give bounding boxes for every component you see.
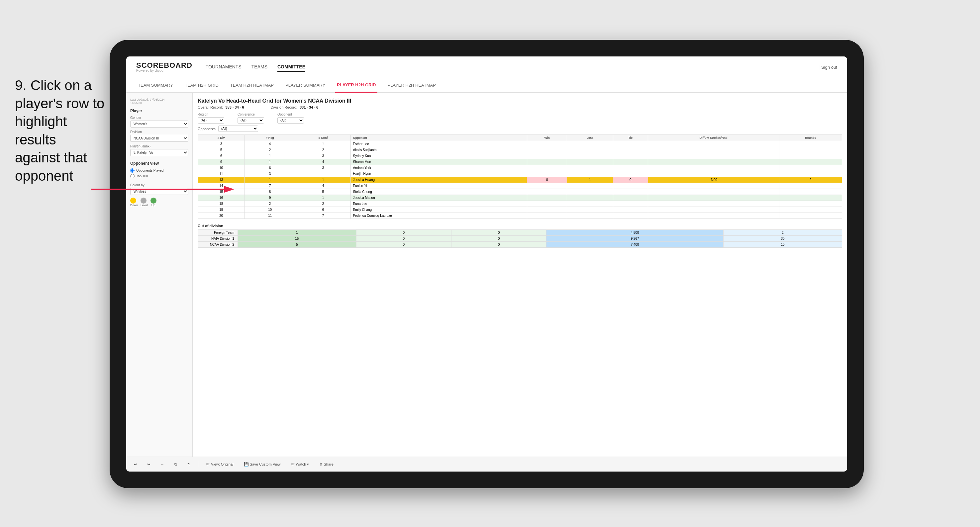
out-of-division-table: Foreign Team1004.5002NAIA Division 11500… (198, 229, 842, 248)
table-row[interactable]: 19106Emily Chang (198, 207, 842, 213)
radio-top100[interactable]: Top 100 (130, 174, 188, 178)
bottom-toolbar: ↩ ↪ → ⧉ ↻ 👁 View: Original 💾 Save Custom… (126, 457, 847, 471)
player-section-title: Player (130, 109, 188, 113)
refresh-button[interactable]: ↻ (185, 461, 193, 468)
radio-opponents-played[interactable]: Opponents Played (130, 168, 188, 173)
step-number: 9. (15, 77, 27, 93)
table-row[interactable]: 1311Jessica Huang010-3.002 (198, 177, 842, 183)
logo-area: SCOREBOARD Powered by clippd (136, 62, 192, 72)
sub-nav: TEAM SUMMARY TEAM H2H GRID TEAM H2H HEAT… (126, 78, 847, 93)
instruction-body: Click on a player's row to highlight res… (15, 77, 104, 184)
out-table-row[interactable]: NCAA Division 25007.40010 (198, 242, 842, 248)
subnav-team-summary[interactable]: TEAM SUMMARY (136, 78, 175, 93)
grid-title: Katelyn Vo Head-to-Head Grid for Women's… (198, 98, 842, 104)
region-filter: Region (All) (198, 113, 224, 124)
subnav-team-h2h-heatmap[interactable]: TEAM H2H HEATMAP (229, 78, 275, 93)
instruction-text: 9. Click on a player's row to highlight … (15, 76, 105, 185)
logo-scoreboard: SCOREBOARD (136, 62, 192, 69)
table-row[interactable]: 20117Federica Domecq Lacroze (198, 213, 842, 219)
col-opponent: Opponent (351, 135, 527, 141)
table-row[interactable]: 1063Andrea York (198, 165, 842, 171)
last-updated: Last Updated: 27/03/2024 16:55:38 (130, 98, 188, 105)
col-win: Win (527, 135, 567, 141)
sign-out-area: | Sign out (819, 64, 837, 70)
opponent-view-section: Opponent view Opponents Played Top 100 (130, 161, 188, 178)
watch-button[interactable]: 👁 Watch ▾ (288, 460, 312, 468)
opponent-select[interactable]: (All) (277, 117, 304, 124)
table-row[interactable]: 914Sharon Mun (198, 159, 842, 165)
col-div: # Div (198, 135, 245, 141)
colour-section: Colour by Win/loss Down Level (130, 183, 188, 207)
table-row[interactable]: 522Alexis Sudjianto (198, 147, 842, 153)
table-row[interactable]: 1691Jessica Mason (198, 195, 842, 201)
colour-by-select[interactable]: Win/loss (130, 188, 188, 195)
main-content: Last Updated: 27/03/2024 16:55:38 Player… (126, 93, 847, 457)
subnav-player-h2h-grid[interactable]: PLAYER H2H GRID (335, 78, 377, 93)
conference-filter: Conference (All) (237, 113, 264, 124)
division-select[interactable]: NCAA Division III (130, 135, 188, 142)
level-circle (140, 198, 146, 203)
share-button[interactable]: ⇧ Share (317, 460, 336, 468)
top-nav: SCOREBOARD Powered by clippd TOURNAMENTS… (126, 56, 847, 78)
down-indicator: Down (130, 198, 138, 207)
player-rank-label: Player (Rank) (130, 144, 188, 148)
col-conf: # Conf (295, 135, 351, 141)
col-diff: Diff Av Strokes/Rnd (648, 135, 779, 141)
h2h-table: # Div # Reg # Conf Opponent Win Loss Tie… (198, 135, 842, 219)
save-custom-view-button[interactable]: 💾 Save Custom View (241, 460, 283, 468)
nav-committee[interactable]: COMMITTEE (277, 62, 305, 72)
colour-legend: Down Level Up (130, 198, 188, 207)
opponents-filter-select[interactable]: (All) (218, 125, 258, 132)
table-row[interactable]: 1822Euna Lee (198, 201, 842, 207)
redo-button[interactable]: ↪ (145, 461, 153, 468)
filter-groups: Region (All) Conference (All) Opponent (198, 113, 842, 124)
table-header-row: # Div # Reg # Conf Opponent Win Loss Tie… (198, 135, 842, 141)
nav-teams[interactable]: TEAMS (251, 62, 267, 72)
subnav-team-h2h-grid[interactable]: TEAM H2H GRID (183, 78, 220, 93)
toolbar-sep-1 (198, 461, 198, 468)
division-label: Division (130, 130, 188, 134)
player-rank-select[interactable]: 8. Katelyn Vo (130, 149, 188, 156)
subnav-player-summary[interactable]: PLAYER SUMMARY (284, 78, 327, 93)
opponent-view-title: Opponent view (130, 161, 188, 166)
down-circle (130, 198, 136, 203)
undo-button[interactable]: ↩ (131, 461, 140, 468)
logo-powered: Powered by clippd (136, 69, 192, 72)
level-indicator: Level (140, 198, 148, 207)
up-circle (151, 198, 156, 203)
forward-button[interactable]: → (158, 461, 167, 468)
sidebar: Last Updated: 27/03/2024 16:55:38 Player… (126, 93, 192, 457)
opponents-filter-label: Opponents: (198, 127, 216, 131)
tablet-frame: SCOREBOARD Powered by clippd TOURNAMENTS… (110, 40, 864, 488)
view-original-button[interactable]: 👁 View: Original (203, 460, 236, 468)
nav-tournaments[interactable]: TOURNAMENTS (206, 62, 242, 72)
opponent-filter: Opponent (All) (277, 113, 304, 124)
table-row[interactable]: 613Sydney Kuo (198, 153, 842, 159)
colour-by-label: Colour by (130, 183, 188, 187)
gender-label: Gender (130, 116, 188, 119)
sign-out-button[interactable]: Sign out (821, 65, 837, 70)
table-row[interactable]: 113Haejin Hyun (198, 171, 842, 177)
out-of-division-section: Out of division Foreign Team1004.5002NAI… (198, 224, 842, 248)
col-reg: # Reg (245, 135, 295, 141)
col-rounds: Rounds (779, 135, 842, 141)
record-row: Overall Record: 353 - 34 - 6 Division Re… (198, 105, 842, 109)
division-record: Division Record: 331 - 34 - 6 (271, 105, 318, 109)
nav-left: SCOREBOARD Powered by clippd TOURNAMENTS… (136, 62, 305, 72)
subnav-player-h2h-heatmap[interactable]: PLAYER H2H HEATMAP (386, 78, 437, 93)
data-area: Katelyn Vo Head-to-Head Grid for Women's… (192, 93, 847, 457)
table-row[interactable]: 341Esther Lee (198, 141, 842, 147)
conference-select[interactable]: (All) (237, 117, 264, 124)
col-loss: Loss (567, 135, 613, 141)
up-indicator: Up (151, 198, 156, 207)
copy-button[interactable]: ⧉ (172, 461, 180, 468)
region-select[interactable]: (All) (198, 117, 224, 124)
out-table-row[interactable]: Foreign Team1004.5002 (198, 230, 842, 236)
gender-select[interactable]: Women's (130, 121, 188, 127)
out-table-row[interactable]: NAIA Division 115009.26730 (198, 236, 842, 242)
col-tie: Tie (613, 135, 648, 141)
out-of-division-title: Out of division (198, 224, 842, 228)
table-row[interactable]: 1585Stella Cheng (198, 189, 842, 195)
table-row[interactable]: 1474Eunice Yi (198, 183, 842, 189)
opponents-filter-line: Opponents: (All) (198, 125, 842, 132)
